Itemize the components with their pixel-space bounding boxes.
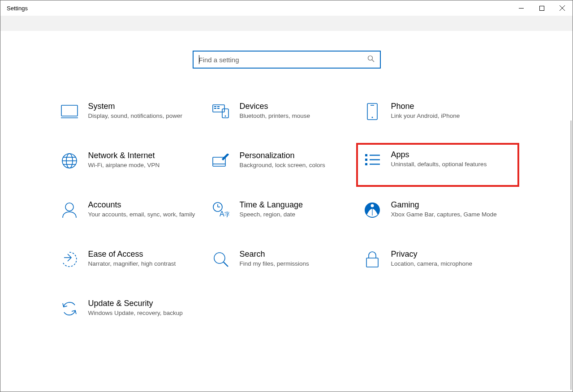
svg-line-5: [372, 60, 374, 62]
category-desc: Link your Android, iPhone: [391, 112, 500, 120]
svg-rect-12: [217, 108, 220, 109]
lock-icon: [362, 250, 382, 269]
svg-rect-25: [365, 154, 367, 156]
category-desc: Speech, region, date: [240, 211, 348, 219]
svg-point-14: [224, 116, 226, 117]
category-desc: Background, lock screen, colors: [240, 161, 348, 169]
category-title: Search: [240, 250, 348, 259]
search-category-icon: [211, 250, 231, 269]
svg-rect-27: [365, 163, 367, 165]
category-desc: Location, camera, microphone: [391, 260, 500, 268]
category-title: Phone: [391, 102, 500, 111]
system-icon: [60, 102, 79, 121]
category-personalization[interactable]: Personalization Background, lock screen,…: [211, 150, 362, 180]
category-title: Devices: [240, 102, 348, 111]
minimize-icon: [519, 6, 524, 11]
apps-icon: [362, 150, 382, 170]
category-time-language[interactable]: A字 Time & Language Speech, region, date: [211, 199, 362, 229]
close-button[interactable]: [552, 0, 573, 16]
maximize-icon: [539, 6, 544, 11]
text-caret: [199, 55, 199, 64]
category-desc: Display, sound, notifications, power: [88, 112, 197, 120]
maximize-button[interactable]: [531, 0, 552, 16]
update-icon: [60, 299, 79, 319]
accounts-icon: [60, 200, 79, 220]
time-language-icon: A字: [211, 200, 231, 220]
svg-rect-11: [214, 108, 216, 109]
category-desc: Narrator, magnifier, high contrast: [88, 260, 197, 268]
titlebar: Settings: [0, 0, 573, 16]
search-input[interactable]: [199, 56, 367, 64]
category-gaming[interactable]: Gaming Xbox Game Bar, captures, Game Mod…: [362, 199, 514, 229]
category-privacy[interactable]: Privacy Location, camera, microphone: [362, 249, 514, 278]
category-title: Privacy: [391, 250, 500, 259]
categories-grid: System Display, sound, notifications, po…: [0, 88, 573, 345]
scrollbar[interactable]: [570, 121, 572, 390]
category-accounts[interactable]: Accounts Your accounts, email, sync, wor…: [60, 199, 211, 229]
category-title: Personalization: [240, 151, 348, 160]
devices-icon: [211, 102, 231, 121]
content-area: System Display, sound, notifications, po…: [0, 31, 573, 392]
category-desc: Xbox Game Bar, captures, Game Mode: [391, 211, 500, 219]
category-search[interactable]: Search Find my files, permissions: [211, 249, 362, 278]
close-icon: [560, 5, 565, 11]
category-desc: Wi-Fi, airplane mode, VPN: [88, 161, 197, 169]
category-devices[interactable]: Devices Bluetooth, printers, mouse: [211, 101, 362, 130]
category-desc: Uninstall, defaults, optional features: [391, 160, 503, 168]
svg-point-31: [65, 203, 73, 211]
category-update-security[interactable]: Update & Security Windows Update, recove…: [60, 298, 211, 327]
ease-of-access-icon: [60, 250, 79, 269]
search-wrap: [0, 31, 573, 88]
svg-point-17: [371, 117, 373, 118]
svg-rect-6: [61, 105, 78, 116]
category-title: Network & Internet: [88, 151, 197, 160]
category-network[interactable]: Network & Internet Wi-Fi, airplane mode,…: [60, 150, 211, 180]
svg-text:字: 字: [224, 211, 229, 218]
category-apps[interactable]: Apps Uninstall, defaults, optional featu…: [356, 143, 519, 187]
category-title: Apps: [391, 150, 503, 159]
svg-text:A: A: [220, 210, 224, 218]
header-band: [0, 16, 573, 31]
category-title: Accounts: [88, 200, 197, 210]
svg-point-40: [214, 253, 225, 263]
category-desc: Your accounts, email, sync, work, family: [88, 211, 197, 219]
category-title: Gaming: [391, 200, 500, 210]
minimize-button[interactable]: [511, 0, 531, 16]
search-icon: [367, 55, 375, 64]
window-title: Settings: [7, 5, 28, 12]
svg-point-4: [368, 56, 372, 60]
category-desc: Find my files, permissions: [240, 260, 348, 268]
svg-rect-42: [366, 258, 378, 267]
window-controls: [511, 0, 573, 16]
svg-rect-9: [214, 106, 216, 107]
svg-rect-10: [217, 106, 220, 107]
category-title: Ease of Access: [88, 250, 197, 259]
category-title: Time & Language: [240, 200, 348, 210]
category-ease-of-access[interactable]: Ease of Access Narrator, magnifier, high…: [60, 249, 211, 278]
svg-rect-1: [539, 6, 544, 10]
phone-icon: [362, 102, 382, 121]
category-title: System: [88, 102, 197, 111]
category-title: Update & Security: [88, 299, 197, 308]
gaming-icon: [362, 200, 382, 220]
svg-point-38: [371, 204, 374, 207]
category-desc: Windows Update, recovery, backup: [88, 309, 197, 317]
category-desc: Bluetooth, printers, mouse: [240, 112, 348, 120]
search-box[interactable]: [193, 51, 381, 69]
category-system[interactable]: System Display, sound, notifications, po…: [60, 101, 211, 130]
personalization-icon: [211, 151, 231, 171]
svg-line-41: [224, 262, 228, 267]
svg-rect-26: [365, 159, 367, 161]
globe-icon: [60, 151, 79, 171]
category-phone[interactable]: Phone Link your Android, iPhone: [362, 101, 514, 130]
